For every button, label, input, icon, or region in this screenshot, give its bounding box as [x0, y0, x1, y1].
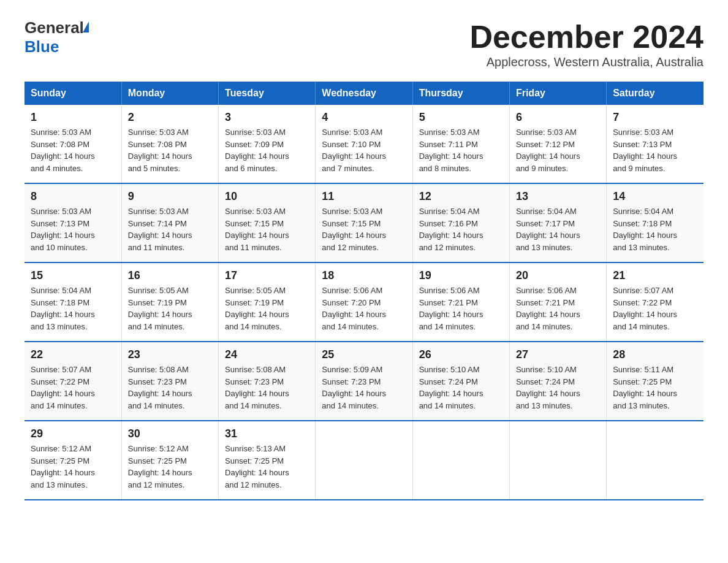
calendar-cell: 25 Sunrise: 5:09 AMSunset: 7:23 PMDaylig… [316, 342, 412, 421]
calendar-cell: 18 Sunrise: 5:06 AMSunset: 7:20 PMDaylig… [316, 262, 412, 342]
day-number: 26 [419, 348, 503, 361]
day-info: Sunrise: 5:03 AMSunset: 7:10 PMDaylight:… [322, 128, 386, 173]
day-info: Sunrise: 5:05 AMSunset: 7:19 PMDaylight:… [225, 286, 289, 331]
day-number: 21 [613, 269, 697, 282]
calendar-cell [316, 421, 412, 500]
calendar-cell: 2 Sunrise: 5:03 AMSunset: 7:08 PMDayligh… [121, 105, 218, 183]
calendar-cell: 1 Sunrise: 5:03 AMSunset: 7:08 PMDayligh… [25, 105, 121, 183]
calendar-cell: 30 Sunrise: 5:12 AMSunset: 7:25 PMDaylig… [121, 421, 218, 500]
day-number: 7 [613, 111, 697, 124]
calendar-cell: 8 Sunrise: 5:03 AMSunset: 7:13 PMDayligh… [25, 183, 121, 262]
day-info: Sunrise: 5:03 AMSunset: 7:13 PMDaylight:… [31, 207, 95, 252]
calendar-cell: 17 Sunrise: 5:05 AMSunset: 7:19 PMDaylig… [219, 262, 316, 342]
calendar-cell: 7 Sunrise: 5:03 AMSunset: 7:13 PMDayligh… [607, 105, 703, 183]
day-info: Sunrise: 5:10 AMSunset: 7:24 PMDaylight:… [419, 365, 483, 410]
logo: General Blue [25, 18, 89, 56]
day-info: Sunrise: 5:04 AMSunset: 7:16 PMDaylight:… [419, 207, 483, 252]
day-info: Sunrise: 5:03 AMSunset: 7:15 PMDaylight:… [225, 207, 289, 252]
calendar-cell: 23 Sunrise: 5:08 AMSunset: 7:23 PMDaylig… [121, 342, 218, 421]
calendar-cell: 24 Sunrise: 5:08 AMSunset: 7:23 PMDaylig… [219, 342, 316, 421]
header-sunday: Sunday [25, 82, 121, 105]
header-friday: Friday [509, 82, 606, 105]
day-info: Sunrise: 5:07 AMSunset: 7:22 PMDaylight:… [613, 286, 677, 331]
calendar-cell [509, 421, 606, 500]
day-number: 9 [128, 190, 212, 203]
day-info: Sunrise: 5:12 AMSunset: 7:25 PMDaylight:… [128, 444, 192, 489]
day-info: Sunrise: 5:04 AMSunset: 7:17 PMDaylight:… [516, 207, 580, 252]
calendar-table: SundayMondayTuesdayWednesdayThursdayFrid… [25, 82, 703, 500]
day-info: Sunrise: 5:06 AMSunset: 7:20 PMDaylight:… [322, 286, 386, 331]
day-number: 14 [613, 190, 697, 203]
calendar-cell: 13 Sunrise: 5:04 AMSunset: 7:17 PMDaylig… [509, 183, 606, 262]
day-info: Sunrise: 5:10 AMSunset: 7:24 PMDaylight:… [516, 365, 580, 410]
day-number: 28 [613, 348, 697, 361]
day-number: 4 [322, 111, 406, 124]
day-info: Sunrise: 5:05 AMSunset: 7:19 PMDaylight:… [128, 286, 192, 331]
day-number: 24 [225, 348, 309, 361]
day-info: Sunrise: 5:13 AMSunset: 7:25 PMDaylight:… [225, 444, 289, 489]
page-header: General Blue December 2024 Applecross, W… [25, 18, 703, 69]
day-number: 15 [31, 269, 115, 282]
calendar-cell: 4 Sunrise: 5:03 AMSunset: 7:10 PMDayligh… [316, 105, 412, 183]
day-number: 11 [322, 190, 406, 203]
day-number: 22 [31, 348, 115, 361]
calendar-cell: 21 Sunrise: 5:07 AMSunset: 7:22 PMDaylig… [607, 262, 703, 342]
day-info: Sunrise: 5:09 AMSunset: 7:23 PMDaylight:… [322, 365, 386, 410]
header-thursday: Thursday [412, 82, 509, 105]
day-number: 31 [225, 427, 309, 440]
header-monday: Monday [121, 82, 218, 105]
calendar-cell: 31 Sunrise: 5:13 AMSunset: 7:25 PMDaylig… [219, 421, 316, 500]
calendar-header-row: SundayMondayTuesdayWednesdayThursdayFrid… [25, 82, 703, 105]
calendar-cell: 11 Sunrise: 5:03 AMSunset: 7:15 PMDaylig… [316, 183, 412, 262]
day-number: 18 [322, 269, 406, 282]
calendar-cell: 22 Sunrise: 5:07 AMSunset: 7:22 PMDaylig… [25, 342, 121, 421]
header-tuesday: Tuesday [219, 82, 316, 105]
day-number: 10 [225, 190, 309, 203]
header-saturday: Saturday [607, 82, 703, 105]
day-number: 29 [31, 427, 115, 440]
day-number: 12 [419, 190, 503, 203]
day-number: 8 [31, 190, 115, 203]
day-info: Sunrise: 5:03 AMSunset: 7:15 PMDaylight:… [322, 207, 386, 252]
day-number: 25 [322, 348, 406, 361]
calendar-cell: 9 Sunrise: 5:03 AMSunset: 7:14 PMDayligh… [121, 183, 218, 262]
day-info: Sunrise: 5:08 AMSunset: 7:23 PMDaylight:… [128, 365, 192, 410]
day-info: Sunrise: 5:03 AMSunset: 7:08 PMDaylight:… [31, 128, 95, 173]
day-number: 1 [31, 111, 115, 124]
day-info: Sunrise: 5:03 AMSunset: 7:13 PMDaylight:… [613, 128, 677, 173]
calendar-cell: 15 Sunrise: 5:04 AMSunset: 7:18 PMDaylig… [25, 262, 121, 342]
calendar-cell: 10 Sunrise: 5:03 AMSunset: 7:15 PMDaylig… [219, 183, 316, 262]
day-number: 17 [225, 269, 309, 282]
day-info: Sunrise: 5:12 AMSunset: 7:25 PMDaylight:… [31, 444, 95, 489]
calendar-cell: 5 Sunrise: 5:03 AMSunset: 7:11 PMDayligh… [412, 105, 509, 183]
calendar-cell [412, 421, 509, 500]
day-number: 19 [419, 269, 503, 282]
header-wednesday: Wednesday [316, 82, 412, 105]
calendar-week-row: 1 Sunrise: 5:03 AMSunset: 7:08 PMDayligh… [25, 105, 703, 183]
calendar-cell: 26 Sunrise: 5:10 AMSunset: 7:24 PMDaylig… [412, 342, 509, 421]
day-number: 5 [419, 111, 503, 124]
calendar-cell: 14 Sunrise: 5:04 AMSunset: 7:18 PMDaylig… [607, 183, 703, 262]
day-number: 2 [128, 111, 212, 124]
day-info: Sunrise: 5:03 AMSunset: 7:08 PMDaylight:… [128, 128, 192, 173]
calendar-cell: 6 Sunrise: 5:03 AMSunset: 7:12 PMDayligh… [509, 105, 606, 183]
calendar-week-row: 8 Sunrise: 5:03 AMSunset: 7:13 PMDayligh… [25, 183, 703, 262]
day-info: Sunrise: 5:06 AMSunset: 7:21 PMDaylight:… [419, 286, 483, 331]
day-number: 3 [225, 111, 309, 124]
day-info: Sunrise: 5:03 AMSunset: 7:12 PMDaylight:… [516, 128, 580, 173]
day-info: Sunrise: 5:11 AMSunset: 7:25 PMDaylight:… [613, 365, 677, 410]
day-info: Sunrise: 5:07 AMSunset: 7:22 PMDaylight:… [31, 365, 95, 410]
day-info: Sunrise: 5:03 AMSunset: 7:11 PMDaylight:… [419, 128, 483, 173]
calendar-cell: 28 Sunrise: 5:11 AMSunset: 7:25 PMDaylig… [607, 342, 703, 421]
calendar-week-row: 29 Sunrise: 5:12 AMSunset: 7:25 PMDaylig… [25, 421, 703, 500]
day-number: 23 [128, 348, 212, 361]
month-title: December 2024 [469, 18, 703, 55]
calendar-cell: 19 Sunrise: 5:06 AMSunset: 7:21 PMDaylig… [412, 262, 509, 342]
logo-triangle-icon [83, 21, 89, 33]
calendar-week-row: 15 Sunrise: 5:04 AMSunset: 7:18 PMDaylig… [25, 262, 703, 342]
calendar-cell [607, 421, 703, 500]
day-number: 13 [516, 190, 600, 203]
calendar-cell: 27 Sunrise: 5:10 AMSunset: 7:24 PMDaylig… [509, 342, 606, 421]
title-section: December 2024 Applecross, Western Austra… [469, 18, 703, 69]
logo-blue-text: Blue [25, 37, 59, 56]
